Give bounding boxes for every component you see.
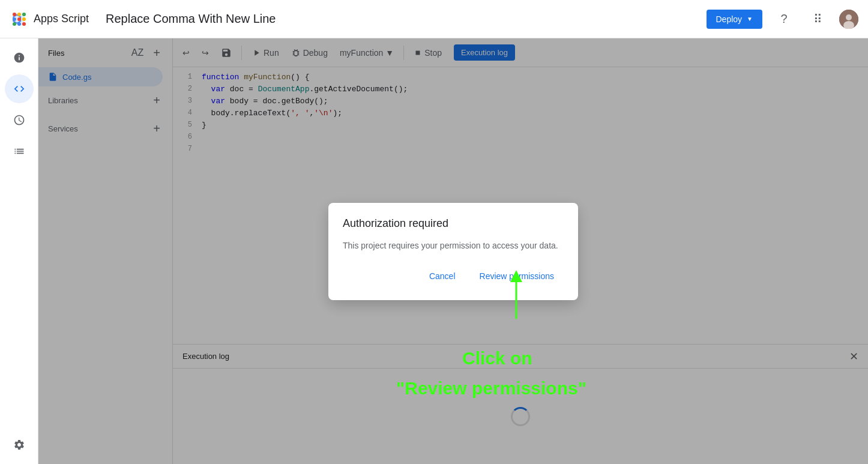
auth-modal: Authorization required This project requ… (328, 203, 578, 300)
deploy-button[interactable]: Deploy ▼ (707, 10, 763, 29)
svg-point-10 (17, 22, 21, 26)
modal-title: Authorization required (343, 217, 564, 230)
header-actions: Deploy ▼ ? ⠿ (707, 7, 859, 31)
sidebar-item-executions[interactable] (5, 137, 34, 166)
sidebar-icons (0, 38, 38, 464)
info-icon (13, 52, 25, 64)
svg-point-3 (13, 13, 16, 16)
modal-overlay: Authorization required This project requ… (38, 38, 868, 464)
app-name: Apps Script (34, 13, 89, 25)
help-button[interactable]: ? (772, 7, 796, 31)
svg-point-6 (13, 17, 16, 21)
executions-icon (13, 145, 25, 157)
settings-icon (13, 439, 25, 451)
code-icon (13, 83, 25, 95)
svg-point-7 (17, 17, 21, 21)
cancel-button[interactable]: Cancel (420, 267, 465, 286)
modal-body: This project requires your permission to… (343, 240, 564, 252)
svg-point-13 (846, 14, 852, 20)
sidebar-item-settings[interactable] (5, 430, 34, 459)
apps-script-logo: ⬡ (10, 10, 29, 29)
svg-point-4 (17, 13, 21, 16)
logo-area: ⬡ Apps Script (10, 10, 89, 29)
svg-point-5 (22, 13, 26, 16)
sidebar-item-triggers[interactable] (5, 106, 34, 134)
header: ⬡ Apps Script Replace Comma With New Lin… (0, 0, 868, 38)
svg-point-11 (22, 22, 26, 26)
deploy-arrow-icon: ▼ (747, 16, 753, 22)
review-permissions-button[interactable]: Review permissions (470, 267, 564, 286)
avatar-image (839, 10, 858, 29)
clock-icon (13, 114, 25, 126)
avatar[interactable] (839, 10, 858, 29)
svg-point-9 (13, 22, 16, 26)
project-title: Replace Comma With New Line (106, 12, 276, 26)
modal-actions: Cancel Review permissions (343, 267, 564, 286)
svg-point-8 (22, 17, 26, 21)
sidebar-item-info[interactable] (5, 43, 34, 72)
sidebar-item-editor[interactable] (5, 74, 34, 103)
apps-button[interactable]: ⠿ (806, 7, 830, 31)
deploy-label: Deploy (716, 14, 743, 24)
